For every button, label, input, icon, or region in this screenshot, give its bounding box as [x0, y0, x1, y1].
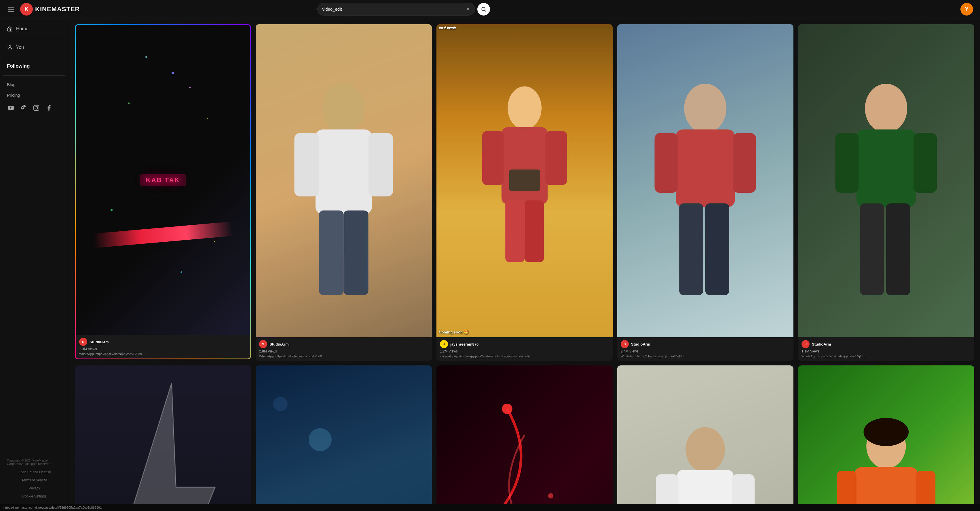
- status-bar: https://kinemaster.com/kinespace/detail/…: [0, 504, 980, 511]
- svg-rect-30: [886, 203, 910, 295]
- tiktok-icon[interactable]: [19, 104, 28, 112]
- youtube-icon[interactable]: [7, 104, 15, 112]
- sidebar-divider-1: [3, 38, 65, 38]
- person-silhouette-2: [273, 56, 414, 337]
- person-silhouette-5: [816, 56, 957, 337]
- search-icon: [481, 6, 487, 12]
- video-desc-3: sarswati puja #sarswapyipuja24 #trends #…: [440, 354, 609, 358]
- svg-rect-21: [655, 133, 678, 193]
- svg-rect-18: [509, 170, 540, 191]
- svg-rect-11: [344, 210, 369, 295]
- svg-rect-8: [294, 133, 319, 196]
- sidebar-blog-link[interactable]: Blog: [0, 79, 69, 90]
- layout: Home You Following Blog Pricing: [0, 18, 980, 504]
- sidebar-social: [0, 100, 69, 115]
- view-count-5: 1.1M Views: [802, 349, 971, 353]
- svg-rect-3: [34, 105, 39, 111]
- goddess-art: [463, 77, 586, 293]
- svg-rect-24: [705, 203, 729, 295]
- sidebar-you-label: You: [16, 45, 24, 50]
- sidebar-item-you[interactable]: You: [3, 42, 65, 53]
- svg-point-40: [686, 427, 725, 472]
- person-icon: [7, 44, 13, 50]
- search-button[interactable]: [477, 3, 490, 16]
- svg-point-2: [9, 46, 11, 48]
- svg-rect-13: [501, 127, 548, 204]
- video-card-1[interactable]: KAB TAK S StudioArm 1.3M Views WhatsApp:…: [75, 24, 251, 361]
- svg-marker-31: [128, 382, 215, 504]
- svg-rect-16: [505, 200, 525, 262]
- svg-rect-27: [835, 133, 859, 193]
- sidebar: Home You Following Blog Pricing: [0, 18, 69, 504]
- video-desc-5: WhatsApp: https://chat.whatsapp.com/LVjf…: [802, 354, 971, 358]
- view-count-2: 2.8M Views: [259, 349, 428, 353]
- svg-rect-29: [860, 203, 884, 295]
- user-avatar[interactable]: Y: [961, 3, 973, 16]
- svg-point-4: [35, 106, 37, 109]
- coming-soon-text: Coming soon 🤩: [439, 330, 610, 334]
- channel-name-3: jayshreeram870: [450, 342, 479, 346]
- svg-rect-10: [319, 210, 344, 295]
- channel-avatar-4: S: [621, 340, 629, 348]
- video-card-5[interactable]: S StudioArm 1.1M Views WhatsApp: https:/…: [798, 24, 974, 361]
- svg-point-6: [323, 84, 365, 133]
- kab-tak-text: KAB TAK: [140, 174, 186, 186]
- svg-point-5: [37, 106, 38, 107]
- video-card-8[interactable]: K KineMaster 6.4M Views: [436, 365, 612, 504]
- main-content: KAB TAK S StudioArm 1.3M Views WhatsApp:…: [69, 18, 980, 504]
- svg-point-47: [864, 418, 909, 446]
- video-card-10[interactable]: S StudioArm: [798, 365, 974, 504]
- channel-avatar-5: S: [802, 340, 810, 348]
- clear-search-button[interactable]: ✕: [466, 6, 470, 13]
- terms-of-service-link[interactable]: Terms of Service: [3, 477, 65, 483]
- instagram-icon[interactable]: [32, 104, 40, 112]
- svg-rect-43: [732, 474, 754, 504]
- svg-line-1: [485, 10, 486, 11]
- view-count-3: 1.2M Views: [440, 349, 609, 353]
- svg-rect-22: [733, 133, 756, 193]
- video-card-3[interactable]: जय माँ सरस्वती Coming soon 🤩: [436, 24, 612, 361]
- video-card-4[interactable]: S StudioArm 2.4M Views WhatsApp: https:/…: [617, 24, 794, 361]
- video-desc-4: WhatsApp: https://chat.whatsapp.com/LVjf…: [621, 354, 790, 358]
- sidebar-copyright: Copyright © 2024 KineMaster Corporation,…: [0, 455, 69, 469]
- sidebar-nav: Home: [0, 23, 69, 35]
- svg-rect-23: [679, 203, 703, 295]
- svg-rect-7: [315, 130, 372, 214]
- menu-button[interactable]: [7, 6, 16, 13]
- video-card-9[interactable]: S StudioArm: [617, 365, 794, 504]
- svg-rect-41: [677, 470, 733, 504]
- status-url: https://kinemaster.com/kinespace/detail/…: [3, 506, 102, 509]
- hindi-text: जय माँ सरस्वती: [439, 27, 610, 30]
- search-area: ✕: [317, 3, 490, 16]
- facebook-icon[interactable]: [45, 104, 53, 112]
- cookie-settings-link[interactable]: Cookie Settings: [3, 493, 65, 500]
- video-desc-1: WhatsApp: https://chat.whatsapp.com/LVjf…: [79, 352, 247, 355]
- svg-rect-9: [369, 133, 393, 196]
- sidebar-nav-2: You: [0, 42, 69, 53]
- view-count-1: 1.3M Views: [79, 347, 247, 351]
- sidebar-pricing-link[interactable]: Pricing: [0, 90, 69, 100]
- video-card-7[interactable]: SUBSCRIBE S StudioArm: [256, 365, 432, 504]
- privacy-link[interactable]: Privacy: [3, 485, 65, 492]
- person-silhouette-9: [635, 397, 776, 504]
- search-input[interactable]: [322, 6, 466, 11]
- logo-text: KINEMASTER: [35, 5, 80, 13]
- video-info-2: S StudioArm 2.8M Views WhatsApp: https:/…: [256, 337, 432, 361]
- open-source-license-link[interactable]: Open Source License: [3, 469, 65, 475]
- svg-rect-20: [676, 130, 735, 207]
- sidebar-item-home[interactable]: Home: [3, 23, 65, 35]
- svg-rect-15: [545, 131, 567, 185]
- svg-rect-17: [525, 200, 544, 262]
- sidebar-divider-2: [3, 57, 65, 57]
- logo-icon: K: [20, 3, 33, 16]
- logo[interactable]: K KINEMASTER: [20, 3, 80, 16]
- svg-point-19: [684, 84, 727, 133]
- svg-point-37: [548, 493, 553, 498]
- video-info-3: J jayshreeram870 1.2M Views sarswati puj…: [436, 337, 612, 361]
- view-count-4: 2.4M Views: [621, 349, 790, 353]
- video-desc-2: WhatsApp: https://chat.whatsapp.com/LVjf…: [259, 354, 428, 358]
- channel-avatar-1: S: [79, 338, 87, 346]
- video-card-6[interactable]: S StudioArm: [75, 365, 251, 504]
- video-card-2[interactable]: S StudioArm 2.8M Views WhatsApp: https:/…: [256, 24, 432, 361]
- red-energy-art: [436, 365, 612, 504]
